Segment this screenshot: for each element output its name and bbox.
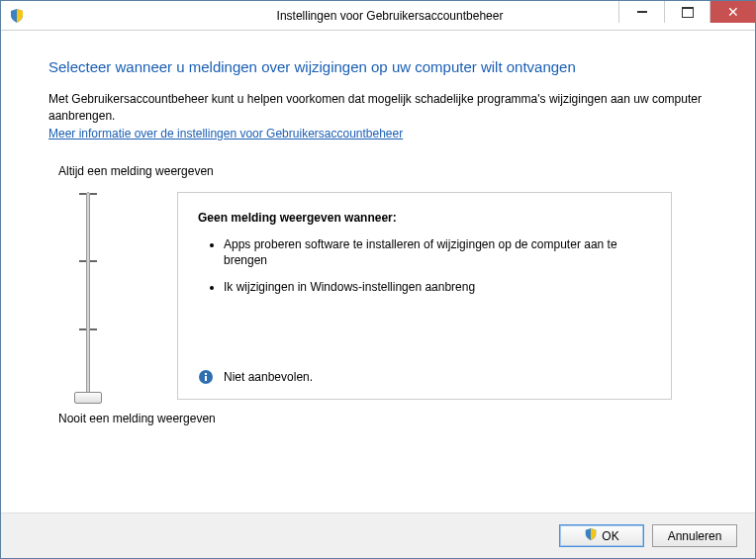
slider-tick xyxy=(79,260,86,262)
recommendation-row: Niet aanbevolen. xyxy=(198,349,651,385)
window-controls: ✕ xyxy=(618,1,755,23)
info-icon xyxy=(198,369,214,385)
svg-rect-1 xyxy=(205,376,207,381)
ok-button[interactable]: OK xyxy=(559,524,644,547)
more-info-link[interactable]: Meer informatie over de instellingen voo… xyxy=(48,127,403,140)
titlebar: Instellingen voor Gebruikersaccountbehee… xyxy=(1,1,755,31)
cancel-button[interactable]: Annuleren xyxy=(652,524,737,547)
slider-tick xyxy=(90,328,97,330)
slider-label-always: Altijd een melding weergeven xyxy=(58,164,708,178)
cancel-button-label: Annuleren xyxy=(668,529,722,543)
page-heading: Selecteer wanneer u meldingen over wijzi… xyxy=(48,58,708,75)
list-item: Apps proberen software te installeren of… xyxy=(224,236,651,270)
svg-rect-2 xyxy=(205,373,207,375)
recommendation-text: Niet aanbevolen. xyxy=(224,370,313,384)
slider-tick xyxy=(90,260,97,262)
uac-settings-window: Instellingen voor Gebruikersaccountbehee… xyxy=(0,0,756,559)
level-description-box: Geen melding weergeven wanneer: Apps pro… xyxy=(177,192,672,400)
slider-thumb[interactable] xyxy=(74,392,102,404)
slider-area: Altijd een melding weergeven xyxy=(48,164,708,425)
slider-label-never: Nooit een melding weergeven xyxy=(58,412,708,425)
content-area: Selecteer wanneer u meldingen over wijzi… xyxy=(1,31,755,512)
shield-icon xyxy=(9,8,25,24)
level-title: Geen melding weergeven wanneer: xyxy=(198,211,651,225)
level-bullet-list: Apps proberen software te installeren of… xyxy=(198,236,651,306)
notification-slider[interactable] xyxy=(48,192,128,400)
button-bar: OK Annuleren xyxy=(1,512,755,558)
slider-tick xyxy=(79,328,86,330)
shield-icon xyxy=(584,527,598,544)
description-text: Met Gebruikersaccountbeheer kunt u helpe… xyxy=(48,91,708,125)
minimize-button[interactable] xyxy=(618,1,664,23)
slider-tick xyxy=(79,193,86,195)
list-item: Ik wijzigingen in Windows-instellingen a… xyxy=(224,279,651,296)
close-button[interactable]: ✕ xyxy=(709,1,755,23)
ok-button-label: OK xyxy=(602,529,618,543)
maximize-button[interactable] xyxy=(664,1,709,23)
slider-track xyxy=(86,192,90,400)
slider-tick xyxy=(90,193,97,195)
